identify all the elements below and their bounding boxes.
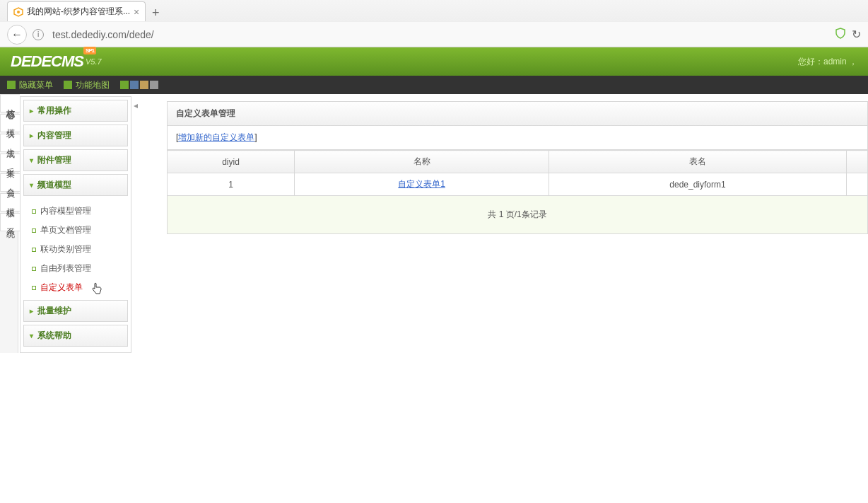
section-label: 系统帮助 xyxy=(37,330,71,342)
url-input[interactable] xyxy=(49,26,829,43)
close-tab-icon[interactable]: × xyxy=(134,6,139,18)
section-attach[interactable]: ▾附件管理 xyxy=(23,149,128,171)
greeting-text: 您好：admin ， xyxy=(798,56,857,68)
vtab-generate[interactable]: 生成 xyxy=(0,134,20,152)
vtab-core[interactable]: 核心 xyxy=(0,94,20,112)
item-label: 内容模型管理 xyxy=(40,205,91,217)
cell-table: dede_diyform1 xyxy=(549,173,847,196)
bullet-icon xyxy=(32,286,36,290)
item-label: 自由列表管理 xyxy=(40,262,91,274)
section-common[interactable]: ▸常用操作 xyxy=(23,100,128,122)
col-name: 名称 xyxy=(295,151,549,173)
arrow-down-icon: ▾ xyxy=(30,181,33,189)
pagination: 共 1 页/1条记录 xyxy=(167,196,868,234)
theme-gray[interactable] xyxy=(150,81,158,89)
channel-items: 内容模型管理 单页文档管理 联动类别管理 自由列表管理 自定义表单 xyxy=(23,199,128,300)
item-label: 自定义表单 xyxy=(40,282,83,294)
section-content[interactable]: ▸内容管理 xyxy=(23,125,128,146)
content-area: 自定义表单管理 [增加新的自定义表单] diyid 名称 表名 1 自定义表单1… xyxy=(131,94,868,353)
theme-colors xyxy=(120,81,158,89)
table-row: 1 自定义表单1 dede_diyform1 xyxy=(168,173,868,196)
section-label: 批量维护 xyxy=(37,305,71,317)
hide-menu-button[interactable]: 隐藏菜单 xyxy=(7,79,53,91)
cell-name: 自定义表单1 xyxy=(295,173,549,196)
vtab-module[interactable]: 模块 xyxy=(0,114,20,132)
sidebar: ◂ ▸常用操作 ▸内容管理 ▾附件管理 ▾频道模型 内容模型管理 单页文档管理 … xyxy=(20,96,131,353)
section-channel[interactable]: ▾频道模型 xyxy=(23,174,128,196)
app-header: DEDECMS SP1 V5.7 您好：admin ， xyxy=(0,47,868,76)
version-label: V5.7 xyxy=(86,57,102,66)
item-label: 联动类别管理 xyxy=(40,243,91,255)
arrow-right-icon: ▸ xyxy=(30,132,33,139)
cursor-pointer-icon xyxy=(91,282,102,297)
item-linkage[interactable]: 联动类别管理 xyxy=(29,240,128,259)
cell-id: 1 xyxy=(168,173,295,196)
section-label: 频道模型 xyxy=(37,179,71,191)
page-title: 自定义表单管理 xyxy=(167,101,868,126)
section-label: 内容管理 xyxy=(37,129,71,141)
shield-icon[interactable] xyxy=(835,28,846,42)
item-freelist[interactable]: 自由列表管理 xyxy=(29,259,128,278)
item-single-page[interactable]: 单页文档管理 xyxy=(29,221,128,240)
col-diyid: diyid xyxy=(168,151,295,173)
arrow-right-icon: ▸ xyxy=(30,107,33,115)
sitemap-button[interactable]: 功能地图 xyxy=(64,79,110,91)
item-label: 单页文档管理 xyxy=(40,224,91,236)
logo: DEDECMS SP1 xyxy=(11,52,83,71)
col-table: 表名 xyxy=(549,151,847,173)
site-info-icon[interactable]: i xyxy=(33,29,44,40)
bullet-icon xyxy=(32,209,36,214)
vtab-template[interactable]: 模板 xyxy=(0,193,20,212)
refresh-icon[interactable]: ↻ xyxy=(852,28,861,41)
section-batch[interactable]: ▸批量维护 xyxy=(23,300,128,322)
row-name-link[interactable]: 自定义表单1 xyxy=(398,179,445,189)
cell-actions xyxy=(847,173,868,196)
grid-icon xyxy=(64,81,72,89)
arrow-right-icon: ▸ xyxy=(30,307,33,315)
favicon-icon xyxy=(13,7,23,17)
item-custom-form[interactable]: 自定义表单 xyxy=(29,278,128,297)
vertical-tabs: 核心 模块 生成 采集 会员 模板 系统 xyxy=(0,94,18,353)
theme-green[interactable] xyxy=(120,81,129,89)
section-label: 附件管理 xyxy=(37,154,71,166)
action-bar: [增加新的自定义表单] xyxy=(167,126,868,150)
sp-badge: SP1 xyxy=(83,47,96,54)
table-header-row: diyid 名称 表名 xyxy=(168,151,868,173)
vtab-member[interactable]: 会员 xyxy=(0,173,20,192)
sidebar-collapse-icon[interactable]: ◂ xyxy=(134,100,138,110)
add-form-link[interactable]: 增加新的自定义表单 xyxy=(178,132,254,142)
url-bar: ← i ↻ xyxy=(0,21,868,47)
bullet-icon xyxy=(32,229,36,233)
vtab-collect[interactable]: 采集 xyxy=(0,154,20,172)
item-content-model[interactable]: 内容模型管理 xyxy=(29,202,128,221)
new-tab-button[interactable]: + xyxy=(146,4,165,21)
arrow-down-icon: ▾ xyxy=(30,332,33,340)
data-table: diyid 名称 表名 1 自定义表单1 dede_diyform1 xyxy=(167,150,868,196)
col-actions xyxy=(847,151,868,173)
bullet-icon xyxy=(32,267,36,271)
section-label: 常用操作 xyxy=(37,105,71,117)
browser-tab[interactable]: 我的网站-织梦内容管理系... × xyxy=(7,1,146,21)
svg-point-1 xyxy=(17,11,20,13)
menu-bar: 隐藏菜单 功能地图 xyxy=(0,76,868,94)
theme-blue[interactable] xyxy=(130,81,139,89)
tab-title: 我的网站-织梦内容管理系... xyxy=(27,6,130,18)
section-help[interactable]: ▾系统帮助 xyxy=(23,325,128,347)
main-layout: 核心 模块 生成 采集 会员 模板 系统 ◂ ▸常用操作 ▸内容管理 ▾附件管理… xyxy=(0,94,868,353)
theme-brown[interactable] xyxy=(140,81,148,89)
logo-text: DEDECMS xyxy=(11,52,83,70)
bullet-icon xyxy=(32,248,36,252)
arrow-down-icon: ▾ xyxy=(30,156,33,164)
vtab-system[interactable]: 系统 xyxy=(0,213,20,231)
menu-icon xyxy=(7,81,16,89)
tab-bar: 我的网站-织梦内容管理系... × + xyxy=(0,0,868,21)
sitemap-label: 功能地图 xyxy=(76,79,110,91)
hide-menu-label: 隐藏菜单 xyxy=(19,79,53,91)
back-button[interactable]: ← xyxy=(7,25,27,45)
browser-chrome: 我的网站-织梦内容管理系... × + ← i ↻ xyxy=(0,0,868,47)
